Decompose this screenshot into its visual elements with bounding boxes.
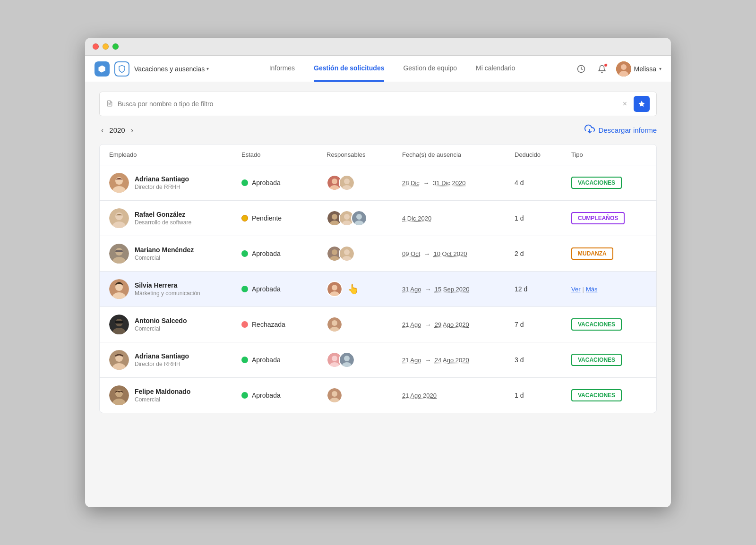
date-end: 31 Dic 2020 <box>433 179 465 187</box>
user-menu[interactable]: Melissa ▾ <box>616 61 662 77</box>
resp-avatar <box>339 175 355 191</box>
svg-point-59 <box>344 356 350 361</box>
employee-cell: Adriana Santiago Director de RRHH <box>109 350 241 370</box>
notification-icon[interactable] <box>595 62 609 76</box>
svg-point-37 <box>344 249 350 255</box>
status-cell: Aprobada <box>241 179 326 187</box>
toolbar: ‹ 2020 › Descargar informe <box>99 124 657 136</box>
employee-info: Adriana Santiago Director de RRHH <box>135 175 189 190</box>
svg-point-27 <box>356 214 362 220</box>
table-row[interactable]: Antonio Salcedo Comercial Rechazada <box>100 307 656 342</box>
current-year: 2020 <box>109 126 125 134</box>
clock-icon[interactable] <box>575 62 588 76</box>
traffic-lights <box>93 43 119 50</box>
cursor-hand-icon: 👆 <box>347 283 359 295</box>
date-cell: 31 Ago → 15 Sep 2020 <box>402 286 515 293</box>
svg-point-56 <box>332 356 337 361</box>
responsables-cell: 👆 <box>326 281 402 297</box>
employee-info: Antonio Salcedo Comercial <box>135 317 187 332</box>
resp-avatar <box>326 316 343 332</box>
tab-gestion-solicitudes[interactable]: Gestión de solicitudes <box>314 56 384 82</box>
date-start: 31 Ago <box>402 286 421 293</box>
deducido-cell: 7 d <box>515 321 571 328</box>
tab-gestion-equipo[interactable]: Gestion de equipo <box>403 56 457 82</box>
titlebar <box>85 38 671 56</box>
date-start: 09 Oct <box>402 250 420 257</box>
svg-point-24 <box>344 214 350 220</box>
date-text: 21 Ago 2020 <box>402 392 437 399</box>
svg-point-62 <box>115 390 123 397</box>
tab-informes[interactable]: Informes <box>269 56 295 82</box>
tipo-cell: VACACIONES <box>571 177 647 189</box>
date-cell: 4 Dic 2020 <box>402 215 515 222</box>
table-row[interactable]: Adriana Santiago Director de RRHH Aproba… <box>100 165 656 201</box>
avatar <box>109 350 129 370</box>
maximize-button[interactable] <box>112 43 119 50</box>
avatar <box>109 385 129 405</box>
search-input[interactable] <box>118 100 618 108</box>
employee-role: Director de RRHH <box>135 361 189 367</box>
tipo-cell: VACACIONES <box>571 354 647 366</box>
resp-avatars <box>326 387 343 403</box>
search-clear-button[interactable]: × <box>623 100 627 108</box>
status-dot-approved <box>241 392 248 399</box>
download-report-button[interactable]: Descargar informe <box>584 124 657 136</box>
year-navigator: ‹ 2020 › <box>99 125 135 136</box>
employee-name: Rafael González <box>135 211 191 218</box>
search-icon <box>106 100 113 108</box>
deducido-cell: 4 d <box>515 179 571 187</box>
date-start: 21 Ago <box>402 357 421 364</box>
table-row[interactable]: Silvia Herrera Márketing y comunicación … <box>100 272 656 307</box>
table-row[interactable]: Adriana Santiago Director de RRHH Aproba… <box>100 342 656 378</box>
date-end: 24 Ago 2020 <box>435 357 469 364</box>
employee-cell: Mariano Menéndez Comercial <box>109 244 241 264</box>
close-button[interactable] <box>93 43 99 50</box>
table-row[interactable]: Mariano Menéndez Comercial Aprobada <box>100 236 656 272</box>
separator: | <box>583 286 584 293</box>
tab-mi-calendario[interactable]: Mi calendario <box>476 56 515 82</box>
svg-marker-6 <box>638 101 644 107</box>
deducido-cell: 1 d <box>515 392 571 399</box>
date-end: 15 Sep 2020 <box>435 286 470 293</box>
svg-point-50 <box>332 320 337 326</box>
tipo-cell: VACACIONES <box>571 318 647 331</box>
avatar <box>109 173 129 193</box>
app-icon-filled <box>94 61 110 77</box>
status-dot-pending <box>241 215 248 221</box>
favorites-button[interactable] <box>634 96 650 112</box>
employee-cell: Antonio Salcedo Comercial <box>109 315 241 334</box>
main-content: × ‹ 2020 › <box>85 82 671 507</box>
status-cell: Aprobada <box>241 285 326 293</box>
ver-mas-links: Ver | Más <box>571 286 647 293</box>
employee-name: Felipe Maldonado <box>135 388 190 395</box>
col-fecha: Fecha(s) de ausencia <box>402 151 515 158</box>
next-year-button[interactable]: › <box>129 125 135 136</box>
col-responsables: Responsables <box>326 151 402 158</box>
table-row[interactable]: Felipe Maldonado Comercial Aprobada <box>100 378 656 413</box>
status-dot-approved <box>241 179 248 186</box>
status-label: Aprobada <box>252 179 281 187</box>
resp-avatars <box>326 175 355 191</box>
responsables-cell <box>326 316 402 332</box>
employee-info: Silvia Herrera Márketing y comunicación <box>135 281 200 297</box>
mas-link[interactable]: Más <box>586 286 598 293</box>
svg-point-2 <box>621 64 627 70</box>
employee-cell: Adriana Santiago Director de RRHH <box>109 173 241 193</box>
date-cell: 21 Ago → 29 Ago 2020 <box>402 321 515 328</box>
tipo-badge: VACACIONES <box>571 389 622 401</box>
status-cell: Pendiente <box>241 214 326 222</box>
status-cell: Aprobada <box>241 250 326 257</box>
app-title[interactable]: Vacaciones y ausencias ▾ <box>134 65 209 73</box>
deducido-cell: 1 d <box>515 214 571 222</box>
minimize-button[interactable] <box>103 43 109 50</box>
date-cell: 21 Ago 2020 <box>402 392 515 399</box>
tipo-cell: CUMPLEAÑOS <box>571 212 647 224</box>
prev-year-button[interactable]: ‹ <box>99 125 105 136</box>
resp-avatar <box>351 210 367 226</box>
employee-info: Felipe Maldonado Comercial <box>135 388 190 403</box>
table-row[interactable]: Rafael González Desarrollo de software P… <box>100 201 656 236</box>
topbar: Vacaciones y ausencias ▾ Informes Gestió… <box>85 56 671 82</box>
user-chevron: ▾ <box>659 66 662 71</box>
svg-point-15 <box>344 179 350 184</box>
ver-link[interactable]: Ver <box>571 286 581 293</box>
